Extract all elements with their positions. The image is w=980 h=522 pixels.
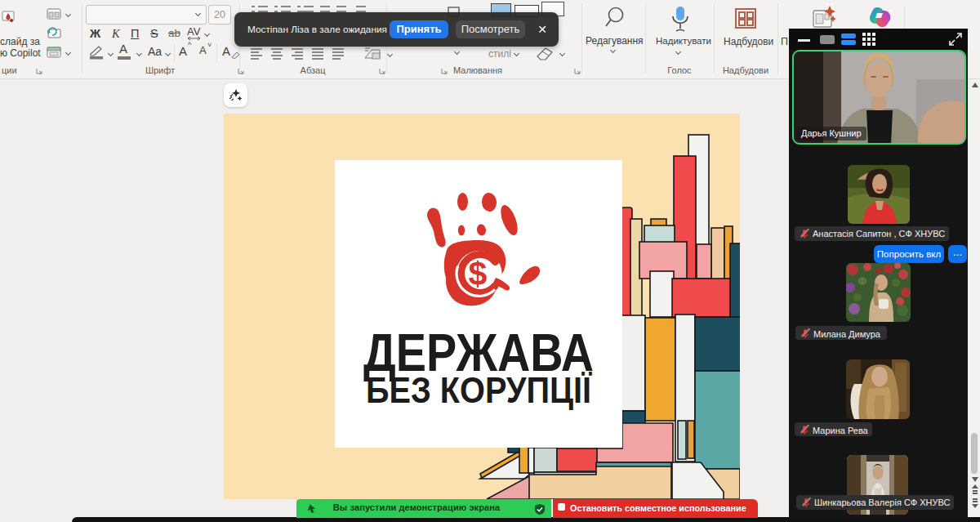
- svg-text:БЕЗ КОРУПЦІЇ: БЕЗ КОРУПЦІЇ: [366, 369, 592, 411]
- svg-text:$: $: [469, 255, 488, 292]
